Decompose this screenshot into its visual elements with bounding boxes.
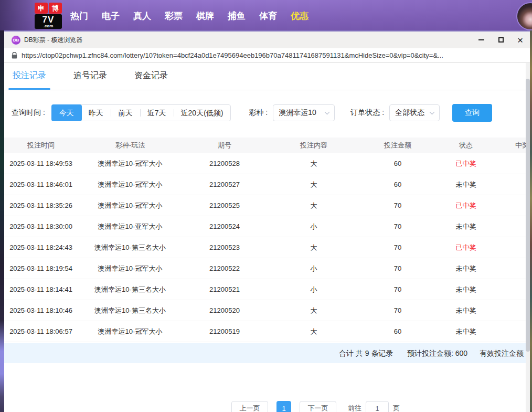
nav-item[interactable]: 热门 xyxy=(63,10,95,22)
summary-total: 合计 共 9 条记录 xyxy=(339,349,393,358)
header-cell: 中奖金额 xyxy=(497,141,530,150)
time-filter-label: 查询时间 : xyxy=(12,108,45,118)
logo-main-text: 7V xyxy=(35,15,62,24)
cell-amount: 70 xyxy=(361,307,434,314)
close-button[interactable]: × xyxy=(510,31,530,48)
header-cell: 期号 xyxy=(183,141,267,150)
cell-game: 澳洲幸运10-冠军大小 xyxy=(78,201,183,210)
search-button[interactable]: 查询 xyxy=(452,104,492,122)
cell-status: 未中奖 xyxy=(434,327,497,336)
status-select[interactable]: 全部状态 xyxy=(389,104,440,121)
cell-win-amount: 1 xyxy=(497,160,530,167)
cell-content: 大 xyxy=(267,201,361,210)
nav-item[interactable]: 优惠 xyxy=(284,10,315,22)
address-bar[interactable]: https://ctop02pchwp1.zfnc84.com/lottery/… xyxy=(4,48,530,63)
time-filter-option[interactable]: 近20天(低频) xyxy=(174,105,231,121)
tab-inactive[interactable]: 资金记录 xyxy=(132,70,170,90)
cell-amount: 70 xyxy=(361,223,434,230)
header-cell: 投注内容 xyxy=(267,141,361,150)
scrollbar-thumb[interactable] xyxy=(526,79,530,352)
goto-page-label: 前往 xyxy=(348,404,361,412)
cell-game: 澳洲幸运10-冠军大小 xyxy=(78,159,183,168)
cell-bet-time: 2025-03-11 18:46:01 xyxy=(4,181,78,188)
close-icon: × xyxy=(517,35,523,45)
cell-game: 澳洲幸运10-冠军大小 xyxy=(78,264,183,273)
browser-app-icon: DB xyxy=(12,36,20,45)
table-row: 2025-03-11 18:49:53澳洲幸运10-冠军大小21200528大6… xyxy=(4,153,530,174)
scrollbar[interactable] xyxy=(526,63,530,412)
table-row: 2025-03-11 18:06:57澳洲幸运10-冠军大小21200519大6… xyxy=(4,321,530,342)
cell-issue: 21200528 xyxy=(183,160,267,167)
cell-status: 已中奖 xyxy=(434,243,497,252)
time-filter-option[interactable]: 前天 xyxy=(111,105,140,121)
cell-game: 澳洲幸运10-亚军大小 xyxy=(78,222,183,231)
cell-game: 澳洲幸运10-冠军大小 xyxy=(78,327,183,336)
header-cell: 状态 xyxy=(434,141,497,150)
window-title: DB彩票 - 极速浏览器 xyxy=(24,36,82,45)
nav-item[interactable]: 电子 xyxy=(95,10,126,22)
next-page-button[interactable]: 下一页 xyxy=(300,401,336,412)
site-nav: 热门电子真人彩票棋牌捕鱼体育优惠 xyxy=(63,0,315,31)
minimize-button[interactable] xyxy=(472,31,491,48)
summary-row: 合计 共 9 条记录 预计投注金额: 600 有效投注金额 xyxy=(4,343,530,363)
status-filter-label: 订单状态 : xyxy=(350,108,384,118)
cell-issue: 21200524 xyxy=(183,223,267,230)
nav-item[interactable]: 棋牌 xyxy=(189,10,221,22)
desktop-background-right xyxy=(530,30,532,412)
minimize-icon xyxy=(478,39,484,40)
table-row: 2025-03-11 18:46:01澳洲幸运10-冠军大小21200527大6… xyxy=(4,174,530,195)
cell-content: 大 xyxy=(267,306,361,315)
cell-amount: 70 xyxy=(361,202,434,209)
cell-status: 未中奖 xyxy=(434,180,497,189)
nav-item[interactable]: 捕鱼 xyxy=(221,10,252,22)
time-filter-option[interactable]: 昨天 xyxy=(81,105,111,121)
summary-valid-amount: 有效投注金额 xyxy=(480,349,524,358)
cell-bet-time: 2025-03-11 18:49:53 xyxy=(4,160,78,167)
cell-game: 澳洲幸运10-冠军大小 xyxy=(78,180,183,189)
cell-amount: 60 xyxy=(361,181,434,188)
cell-bet-time: 2025-03-11 18:14:41 xyxy=(4,286,78,293)
cell-issue: 21200523 xyxy=(183,244,267,251)
time-filter-option[interactable]: 近7天 xyxy=(140,105,174,121)
time-filter-group: 今天昨天前天近7天近20天(低频) xyxy=(51,104,231,121)
record-tabs: 投注记录追号记录资金记录 xyxy=(4,63,530,90)
nav-item[interactable]: 体育 xyxy=(252,10,284,22)
prev-page-button[interactable]: 上一页 xyxy=(231,401,268,412)
window-titlebar[interactable]: DB DB彩票 - 极速浏览器 × xyxy=(4,31,530,48)
cell-issue: 21200520 xyxy=(183,307,267,314)
site-logo[interactable]: 申 博 7V .com xyxy=(35,3,62,29)
cell-amount: 60 xyxy=(361,160,434,167)
chevron-down-icon xyxy=(430,110,435,115)
maximize-button[interactable] xyxy=(491,31,510,48)
cell-issue: 21200521 xyxy=(183,286,267,293)
current-page[interactable]: 1 xyxy=(276,401,291,412)
table-row: 2025-03-11 18:19:54澳洲幸运10-冠军大小21200522小7… xyxy=(4,258,530,279)
nav-item[interactable]: 彩票 xyxy=(158,10,189,22)
pagination: 上一页 1 下一页 前往 页 xyxy=(231,401,400,412)
desktop-background-left xyxy=(0,30,4,412)
lottery-select[interactable]: 澳洲幸运10 xyxy=(273,104,335,121)
lottery-filter-label: 彩种 : xyxy=(249,108,268,118)
url-text: https://ctop02pchwp1.zfnc84.com/lottery/… xyxy=(22,51,443,59)
summary-expected-amount: 预计投注金额: 600 xyxy=(407,349,467,358)
tab-inactive[interactable]: 追号记录 xyxy=(71,70,109,90)
goto-page-input[interactable] xyxy=(366,401,389,412)
cell-issue: 21200522 xyxy=(183,265,267,272)
cell-issue: 21200525 xyxy=(183,202,267,209)
tab-active[interactable]: 投注记录 xyxy=(10,70,48,90)
cell-bet-time: 2025-03-11 18:10:46 xyxy=(4,307,78,314)
browser-window: DB DB彩票 - 极速浏览器 × https://ctop02pchwp1.z… xyxy=(4,30,530,412)
time-filter-option[interactable]: 今天 xyxy=(51,104,82,121)
nav-item[interactable]: 真人 xyxy=(126,10,158,22)
table-row: 2025-03-11 18:10:46澳洲幸运10-第三名大小21200520大… xyxy=(4,300,530,321)
header-cell: 彩种-玩法 xyxy=(78,141,183,150)
cell-amount: 60 xyxy=(361,328,434,335)
cell-status: 未中奖 xyxy=(434,222,497,231)
site-header: 申 博 7V .com 热门电子真人彩票棋牌捕鱼体育优惠 xyxy=(0,0,532,31)
lock-icon xyxy=(12,52,17,59)
cell-bet-time: 2025-03-11 18:06:57 xyxy=(4,328,78,335)
avatar[interactable] xyxy=(516,2,532,30)
cell-bet-time: 2025-03-11 18:19:54 xyxy=(4,265,78,272)
lottery-select-value: 澳洲幸运10 xyxy=(279,108,316,118)
cell-issue: 21200527 xyxy=(183,181,267,188)
